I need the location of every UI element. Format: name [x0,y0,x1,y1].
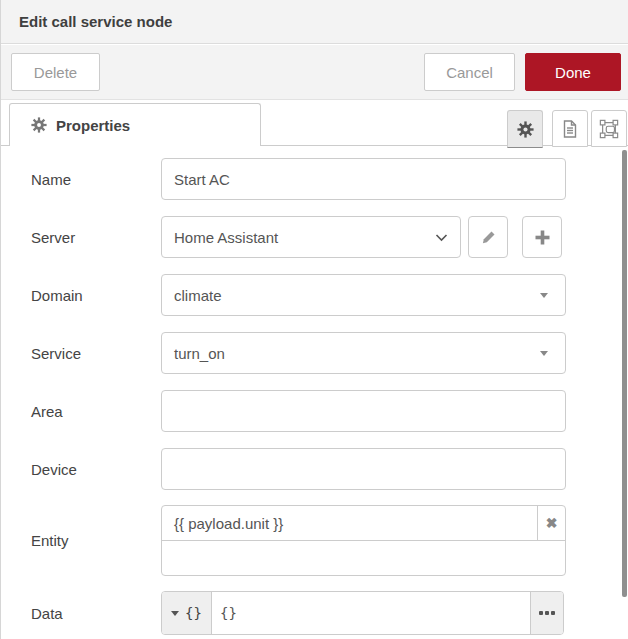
tab-bar: Properties [1,103,628,146]
server-select[interactable]: Home Assistant [161,216,461,258]
entity-value[interactable]: {{ payload.unit }} [162,515,537,532]
device-label: Device [31,448,77,490]
chevron-down-icon [435,233,448,242]
pencil-icon [481,230,496,245]
edit-node-dialog: Edit call service node Delete Cancel Don… [0,0,628,639]
expand-data-editor-button[interactable] [530,592,563,634]
edit-server-button[interactable] [468,216,508,258]
dialog-toolbar: Delete Cancel Done [1,45,628,100]
tab-button-description[interactable] [552,110,588,147]
gear-icon [31,117,47,133]
tab-button-properties[interactable] [507,110,543,148]
dialog-title: Edit call service node [19,13,172,30]
tab-properties-label: Properties [56,117,130,134]
data-label: Data [31,591,63,635]
add-server-button[interactable] [522,216,562,258]
tab-button-appearance[interactable] [591,110,627,147]
json-type-icon: {} [185,605,202,621]
name-label: Name [31,158,71,200]
done-button[interactable]: Done [525,53,621,91]
caret-down-icon [540,351,548,356]
delete-button[interactable]: Delete [11,53,100,91]
area-input[interactable] [161,390,566,432]
caret-down-icon [540,293,548,298]
data-input-value: {} [220,605,237,621]
ellipsis-icon [539,611,555,615]
domain-label: Domain [31,274,83,316]
appearance-icon [599,119,619,139]
server-label: Server [31,216,75,258]
domain-input[interactable]: climate [161,274,566,316]
server-select-value: Home Assistant [174,229,435,246]
service-input[interactable]: turn_on [161,332,566,374]
entity-label: Entity [31,505,69,576]
service-label: Service [31,332,81,374]
plus-icon [535,230,550,245]
area-label: Area [31,390,63,432]
document-icon [562,120,578,138]
tab-properties[interactable]: Properties [9,103,261,146]
domain-input-value: climate [174,287,540,304]
gear-icon [517,121,534,138]
remove-entity-button[interactable]: ✖ [537,506,565,541]
name-input[interactable] [161,158,566,200]
caret-down-icon [171,611,179,616]
dialog-header: Edit call service node [1,0,628,44]
cancel-button[interactable]: Cancel [424,53,515,91]
entity-list-item[interactable]: {{ payload.unit }} ✖ [162,506,565,541]
device-input[interactable] [161,448,566,490]
service-input-value: turn_on [174,345,540,362]
close-icon: ✖ [546,515,558,531]
data-input[interactable]: {} [212,592,530,634]
scrollbar[interactable] [622,150,627,597]
data-typed-input: {} {} [161,591,564,635]
data-type-button[interactable]: {} [162,592,212,634]
entity-list: {{ payload.unit }} ✖ [161,505,566,576]
